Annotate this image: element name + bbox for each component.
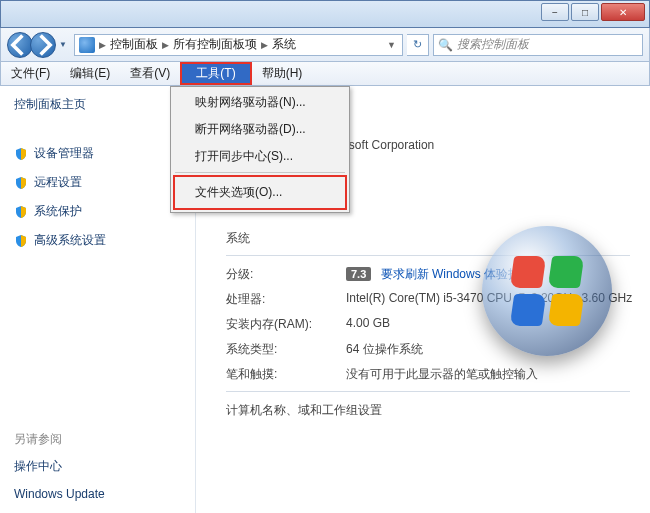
spec-type-key: 系统类型: bbox=[226, 341, 346, 358]
logo-blue-pane bbox=[510, 294, 546, 326]
windows-logo bbox=[482, 226, 622, 366]
minimize-button[interactable]: − bbox=[541, 3, 569, 21]
spec-ram-key: 安装内存(RAM): bbox=[226, 316, 346, 333]
search-placeholder: 搜索控制面板 bbox=[457, 36, 529, 53]
menu-divider bbox=[175, 172, 345, 173]
refresh-button[interactable]: ↻ bbox=[407, 34, 429, 56]
spec-pen-key: 笔和触摸: bbox=[226, 366, 346, 383]
chevron-right-icon: ▶ bbox=[97, 40, 108, 50]
sidebar-home[interactable]: 控制面板主页 bbox=[14, 96, 195, 113]
shield-icon bbox=[14, 205, 28, 219]
chevron-right-icon: ▶ bbox=[259, 40, 270, 50]
menu-view[interactable]: 查看(V) bbox=[120, 62, 180, 85]
sidebar-item-protection[interactable]: 系统保护 bbox=[14, 203, 195, 220]
shield-icon bbox=[14, 147, 28, 161]
wei-badge: 7.3 bbox=[346, 267, 371, 281]
menu-item-sync-center[interactable]: 打开同步中心(S)... bbox=[173, 143, 347, 170]
spec-pen-val: 没有可用于此显示器的笔或触控输入 bbox=[346, 366, 650, 383]
sidebar-item-label: 设备管理器 bbox=[34, 145, 94, 162]
sidebar-item-label: 远程设置 bbox=[34, 174, 82, 191]
location-icon bbox=[79, 37, 95, 53]
logo-yellow-pane bbox=[548, 294, 584, 326]
forward-button[interactable] bbox=[30, 32, 56, 58]
shield-icon bbox=[14, 176, 28, 190]
sidebar: 控制面板主页 设备管理器 远程设置 系统保护 高级系统设置 另请参阅 操作中心 … bbox=[0, 86, 196, 513]
menu-edit[interactable]: 编辑(E) bbox=[60, 62, 120, 85]
sidebar-item-label: 系统保护 bbox=[34, 203, 82, 220]
crumb-control-panel[interactable]: 控制面板 bbox=[110, 36, 158, 53]
shield-icon bbox=[14, 234, 28, 248]
logo-green-pane bbox=[548, 256, 584, 288]
sidebar-see-also: 另请参阅 bbox=[14, 431, 195, 448]
sidebar-item-remote[interactable]: 远程设置 bbox=[14, 174, 195, 191]
sidebar-item-device-manager[interactable]: 设备管理器 bbox=[14, 145, 195, 162]
logo-red-pane bbox=[510, 256, 546, 288]
chevron-right-icon: ▶ bbox=[160, 40, 171, 50]
window-titlebar: − □ ✕ bbox=[0, 0, 650, 28]
breadcrumb-dropdown-icon[interactable]: ▼ bbox=[385, 40, 398, 50]
search-input[interactable]: 🔍 搜索控制面板 bbox=[433, 34, 643, 56]
sidebar-item-label: 高级系统设置 bbox=[34, 232, 106, 249]
menu-help[interactable]: 帮助(H) bbox=[252, 62, 313, 85]
crumb-system[interactable]: 系统 bbox=[272, 36, 296, 53]
tools-menu-dropdown: 映射网络驱动器(N)... 断开网络驱动器(D)... 打开同步中心(S)...… bbox=[170, 86, 350, 213]
menu-file[interactable]: 文件(F) bbox=[1, 62, 60, 85]
nav-history-dropdown[interactable]: ▼ bbox=[56, 40, 70, 49]
menu-item-disconnect-drive[interactable]: 断开网络驱动器(D)... bbox=[173, 116, 347, 143]
sidebar-item-advanced[interactable]: 高级系统设置 bbox=[14, 232, 195, 249]
close-button[interactable]: ✕ bbox=[601, 3, 645, 21]
sidebar-foot-action-center[interactable]: 操作中心 bbox=[14, 458, 195, 475]
menu-bar: 文件(F) 编辑(E) 查看(V) 工具(T) 帮助(H) bbox=[0, 62, 650, 86]
menu-item-folder-options[interactable]: 文件夹选项(O)... bbox=[177, 179, 343, 206]
maximize-button[interactable]: □ bbox=[571, 3, 599, 21]
menu-tools[interactable]: 工具(T) bbox=[180, 62, 251, 85]
search-icon: 🔍 bbox=[438, 38, 453, 52]
spec-rating-key: 分级: bbox=[226, 266, 346, 283]
sidebar-foot-windows-update[interactable]: Windows Update bbox=[14, 487, 195, 501]
menu-item-map-drive[interactable]: 映射网络驱动器(N)... bbox=[173, 89, 347, 116]
spec-cpu-key: 处理器: bbox=[226, 291, 346, 308]
section-workgroup: 计算机名称、域和工作组设置 bbox=[226, 402, 650, 419]
address-bar: ▼ ▶ 控制面板 ▶ 所有控制面板项 ▶ 系统 ▼ ↻ 🔍 搜索控制面板 bbox=[0, 28, 650, 62]
crumb-all-items[interactable]: 所有控制面板项 bbox=[173, 36, 257, 53]
breadcrumb[interactable]: ▶ 控制面板 ▶ 所有控制面板项 ▶ 系统 ▼ bbox=[74, 34, 403, 56]
